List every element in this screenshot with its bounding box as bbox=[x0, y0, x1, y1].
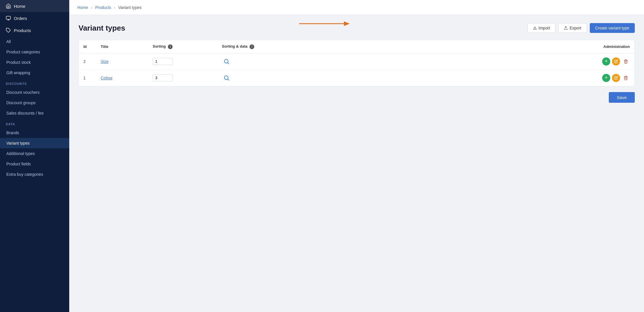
header-actions: Import Export Create variant type bbox=[466, 23, 635, 33]
col-header-title: Title bbox=[96, 40, 148, 53]
col-header-administration: Administration bbox=[304, 40, 634, 53]
save-area: Save bbox=[78, 92, 635, 103]
sidebar-item-brands[interactable]: Brands bbox=[0, 128, 69, 138]
cell-sorting bbox=[148, 70, 217, 86]
data-section-label: DATA bbox=[0, 118, 69, 128]
cell-title: Colour bbox=[96, 70, 148, 86]
breadcrumb-sep-1: › bbox=[91, 5, 92, 10]
sorting-input[interactable] bbox=[153, 58, 173, 65]
search-icon[interactable] bbox=[222, 73, 231, 83]
cell-admin: + bbox=[304, 70, 634, 86]
sidebar-item-product-categories[interactable]: Product categories bbox=[0, 47, 69, 57]
sidebar-item-products[interactable]: Products bbox=[0, 24, 69, 36]
sidebar-item-all[interactable]: All bbox=[0, 36, 69, 47]
cell-admin: + bbox=[304, 53, 634, 70]
page-title: Variant types bbox=[78, 24, 466, 33]
table-row: 2 Size + bbox=[79, 53, 634, 70]
sidebar-item-additional-types[interactable]: Additional types bbox=[0, 148, 69, 159]
breadcrumb-home[interactable]: Home bbox=[77, 5, 88, 10]
col-header-sorting: Sorting i bbox=[148, 40, 217, 53]
page-header: Variant types Import Export Create varia… bbox=[78, 23, 635, 33]
sidebar: Home Orders Products All Product categor… bbox=[0, 0, 69, 312]
topbar: Home › Products › Variant types bbox=[69, 0, 644, 15]
title-link[interactable]: Size bbox=[101, 59, 108, 64]
sorting-info-icon[interactable]: i bbox=[168, 44, 173, 49]
variant-types-table: Id Title Sorting i Sorting & data i Admi… bbox=[79, 40, 634, 86]
sidebar-item-extra-buy-categories[interactable]: Extra buy categories bbox=[0, 169, 69, 180]
save-button[interactable]: Save bbox=[609, 92, 635, 103]
admin-actions: + bbox=[308, 74, 630, 82]
variant-types-table-card: Id Title Sorting i Sorting & data i Admi… bbox=[78, 40, 635, 86]
sidebar-item-variant-types[interactable]: Variant types bbox=[0, 138, 69, 148]
page-content: Variant types Import Export Create varia… bbox=[69, 15, 644, 312]
sidebar-item-discount-vouchers[interactable]: Discount vouchers bbox=[0, 87, 69, 98]
create-variant-type-button[interactable]: Create variant type bbox=[590, 23, 635, 33]
svg-line-11 bbox=[228, 79, 229, 80]
sorting-data-info-icon[interactable]: i bbox=[250, 44, 254, 49]
delete-button[interactable] bbox=[622, 57, 630, 66]
cell-sorting-data bbox=[217, 53, 304, 70]
search-icon[interactable] bbox=[222, 57, 231, 66]
sidebar-item-home[interactable]: Home bbox=[0, 0, 69, 12]
edit-button[interactable] bbox=[612, 57, 620, 66]
main-content: Home › Products › Variant types Variant … bbox=[69, 0, 644, 312]
title-link[interactable]: Colour bbox=[101, 76, 113, 80]
discounts-section-label: DISCOUNTS bbox=[0, 78, 69, 87]
breadcrumb-products[interactable]: Products bbox=[95, 5, 111, 10]
sidebar-item-product-fields[interactable]: Product fields bbox=[0, 159, 69, 169]
breadcrumb-sep-2: › bbox=[114, 5, 115, 10]
col-header-id: Id bbox=[79, 40, 96, 53]
cell-title: Size bbox=[96, 53, 148, 70]
svg-rect-0 bbox=[6, 16, 11, 19]
export-button[interactable]: Export bbox=[558, 23, 587, 33]
delete-button[interactable] bbox=[622, 74, 630, 82]
sidebar-item-sales-discounts[interactable]: Sales discounts / fee bbox=[0, 108, 69, 118]
add-button[interactable]: + bbox=[602, 74, 610, 82]
table-header-row: Id Title Sorting i Sorting & data i Admi… bbox=[79, 40, 634, 53]
cell-id: 2 bbox=[79, 53, 96, 70]
col-header-sorting-data: Sorting & data i bbox=[217, 40, 304, 53]
sorting-input[interactable] bbox=[153, 74, 173, 81]
cell-sorting bbox=[148, 53, 217, 70]
cell-id: 1 bbox=[79, 70, 96, 86]
sidebar-item-gift-wrapping[interactable]: Gift wrapping bbox=[0, 68, 69, 78]
svg-line-9 bbox=[228, 63, 229, 64]
add-button[interactable]: + bbox=[602, 57, 610, 66]
import-button[interactable]: Import bbox=[527, 23, 556, 33]
breadcrumb-current: Variant types bbox=[118, 5, 142, 10]
admin-actions: + bbox=[308, 57, 630, 66]
edit-button[interactable] bbox=[612, 74, 620, 82]
cell-sorting-data bbox=[217, 70, 304, 86]
sidebar-item-orders[interactable]: Orders bbox=[0, 12, 69, 24]
table-row: 1 Colour + bbox=[79, 70, 634, 86]
sidebar-item-discount-groups[interactable]: Discount groups bbox=[0, 98, 69, 108]
sidebar-item-product-stock[interactable]: Product stock bbox=[0, 57, 69, 68]
